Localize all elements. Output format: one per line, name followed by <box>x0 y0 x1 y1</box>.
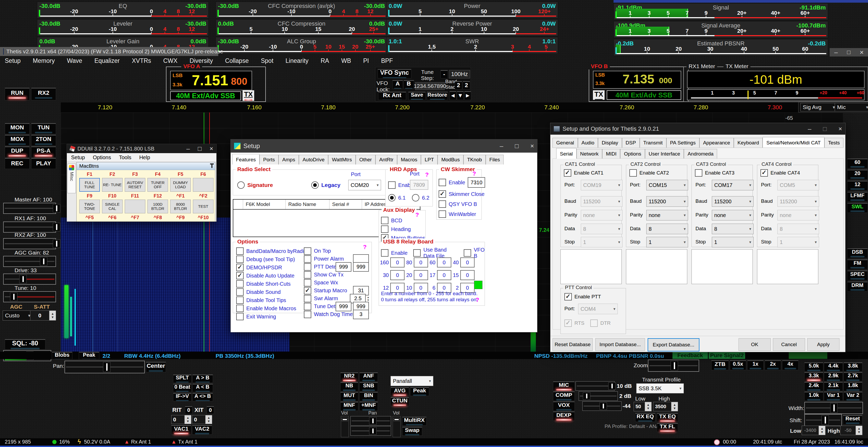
close-icon[interactable]: × <box>860 48 864 57</box>
maximize-icon[interactable]: □ <box>198 145 202 152</box>
thetis-subtab-andromeda[interactable]: Andromeda <box>684 149 717 159</box>
filter-shift-slider[interactable] <box>804 414 842 426</box>
thetis-setup-titlebar[interactable]: Setup and Options for Thetis 2.9.0.21 – … <box>550 123 845 135</box>
setup-tab-modbus[interactable]: ModBus <box>438 155 463 165</box>
setup-tab-wattmtrs[interactable]: WattMtrs <box>328 155 355 165</box>
mut-button[interactable]: MUT <box>340 392 358 401</box>
cat4-data-select[interactable]: 8▾ <box>777 224 819 234</box>
macro-button[interactable]: 8000 BTLDR <box>170 200 191 213</box>
vfo-b-frequency-sub[interactable]: 000 <box>659 76 672 85</box>
mic-gain-button[interactable]: MIC <box>553 381 575 391</box>
setup-tab-ports[interactable]: Ports <box>259 155 279 165</box>
filter-5-0k-button[interactable]: 5.0k <box>804 362 823 372</box>
rx-eq-button[interactable]: RX EQ <box>635 413 655 422</box>
menu-item-memory[interactable]: Memory <box>33 57 55 64</box>
restore-button[interactable]: Restore <box>427 92 448 100</box>
vac2-button[interactable]: VAC2 <box>192 425 212 435</box>
menu-item-collapse[interactable]: Collapse <box>225 57 249 64</box>
cat4-memo[interactable] <box>757 249 818 284</box>
option-startup-macro-checkbox[interactable] <box>304 287 311 295</box>
thetis-tab-audio[interactable]: Audio <box>578 138 598 147</box>
vfo-b-tx-button[interactable]: TX <box>593 90 604 100</box>
cat1-data-select[interactable]: 8▾ <box>581 224 623 234</box>
thetis-subtab-midi[interactable]: MIDI <box>602 149 620 159</box>
swap-button[interactable]: Swap <box>402 427 422 436</box>
usb-band-value[interactable]: 0 <box>460 270 474 280</box>
cat4-baud-select[interactable]: 115200▾ <box>777 196 819 207</box>
vfo-b-frequency[interactable]: 7.135 <box>623 72 654 87</box>
mode-spec-button[interactable]: SPEC <box>847 270 868 280</box>
avg-button[interactable]: AVG <box>391 387 409 396</box>
mox-button[interactable]: MOX <box>5 135 30 146</box>
mode-fm-button[interactable]: FM <box>847 259 868 269</box>
usb-band-value[interactable]: 0 <box>414 270 428 280</box>
cat4-parity-select[interactable]: none▾ <box>777 210 819 220</box>
macro-button[interactable]: SINGLE CAL <box>102 200 123 213</box>
filter-3-3k-button[interactable]: 3.3k <box>804 372 823 381</box>
menu-item-ra[interactable]: RA <box>320 57 329 64</box>
filter-var-1-button[interactable]: Var 1 <box>824 391 843 401</box>
setup-titlebar[interactable]: Setup – □ × <box>231 139 537 152</box>
filter-2-1k-button[interactable]: 2.1k <box>824 382 843 391</box>
enable-cat4-checkbox[interactable] <box>761 169 768 177</box>
option-banddata-macro-byradio-checkbox[interactable] <box>236 247 244 255</box>
pan-slider[interactable] <box>64 360 145 373</box>
vfo-sync-button[interactable]: VFO Sync <box>378 69 411 78</box>
mode-drm-button[interactable]: DRM <box>847 281 868 291</box>
cat3-memo[interactable] <box>691 249 753 284</box>
agc-mode-select[interactable]: Custo▾ <box>3 310 33 320</box>
cat3-port-select[interactable]: COM17▾ <box>712 180 753 191</box>
usb-band-value[interactable]: 0 <box>437 270 451 280</box>
tx-meter-mode-select[interactable]: Mic▾ <box>835 103 868 111</box>
mon-button[interactable]: MON <box>5 123 30 134</box>
hrd-61-radio[interactable] <box>388 194 396 202</box>
zoom-2x-button[interactable]: 2x <box>765 360 781 370</box>
vfo-b-band[interactable]: 40M Ext/Adv SSB <box>607 90 681 100</box>
cat2-memo[interactable] <box>626 249 687 284</box>
option-watch-dog-timer-checkbox[interactable] <box>304 311 311 318</box>
usb-band-value[interactable]: 0 <box>437 257 451 268</box>
cat4-stop-select[interactable]: 1▾ <box>777 237 819 247</box>
rx1-af-slider[interactable] <box>3 221 56 233</box>
zoom-0.5x-button[interactable]: 0.5x <box>730 360 746 370</box>
option-show-cw-tx-checkbox[interactable] <box>304 271 311 279</box>
tx-eq-button[interactable]: TX EQ <box>657 413 678 422</box>
thetis-tab-dsp[interactable]: DSP <box>622 138 640 147</box>
enable-cat3-checkbox[interactable] <box>695 169 702 177</box>
filter-2-7k-button[interactable]: 2.7k <box>843 372 863 381</box>
filter-low-stepper[interactable]: -3400▴▾ <box>802 425 826 435</box>
filter-width-slider[interactable] <box>804 402 863 414</box>
ztb-button[interactable]: ZTB <box>711 360 729 370</box>
skimmer-winwarbler-checkbox[interactable] <box>439 210 446 218</box>
reset-database-button[interactable]: Reset Database <box>553 338 593 351</box>
master-af-slider[interactable] <box>3 203 56 214</box>
ddutil-menu-tools[interactable]: Tools <box>119 154 131 161</box>
peak-detect-button[interactable]: Peak <box>79 352 99 359</box>
filter-1-0k-button[interactable]: 1.0k <box>804 391 823 401</box>
vfo-lock-a-button[interactable]: A <box>392 80 403 89</box>
splt-button[interactable]: SPLT <box>173 374 192 383</box>
tx-high-stepper[interactable]: 3500▴▾ <box>653 402 678 411</box>
aux-heading-checkbox[interactable] <box>381 226 389 233</box>
macro-button[interactable] <box>125 200 145 213</box>
window-titlebar[interactable]: Thetis v2.9.0.21 x64 (27/04/2023) (FW v2… <box>0 47 218 56</box>
macro-button[interactable]: RE- TUNE <box>102 178 123 192</box>
cat1-stop-select[interactable]: 1▾ <box>581 237 623 247</box>
apply-button[interactable]: Apply <box>807 338 839 351</box>
thetis-tab-keyboard[interactable]: Keyboard <box>734 138 763 147</box>
rx-meter-mode-select[interactable]: Sig Avg▾ <box>800 103 837 111</box>
thetis-tab-appearance[interactable]: Appearance <box>700 138 734 147</box>
band-12-button[interactable]: 12 <box>847 181 868 191</box>
-mnf-button[interactable]: +MNF <box>359 402 378 411</box>
option-demo-hpsdr-checkbox[interactable] <box>236 264 244 271</box>
display-mode-select[interactable]: Panafall▾ <box>391 376 433 386</box>
2ton-button[interactable]: 2TON <box>31 135 56 146</box>
menu-item-wb[interactable]: WB <box>341 57 351 64</box>
0-beat-button[interactable]: 0 Beat <box>173 384 192 392</box>
cat1-parity-select[interactable]: none▾ <box>581 210 623 220</box>
thetis-tab-tests[interactable]: Tests <box>825 138 843 147</box>
cat3-stop-select[interactable]: 1▾ <box>712 237 753 247</box>
macro-button[interactable]: FULL TUNE <box>79 178 100 192</box>
macro-button[interactable] <box>193 178 214 192</box>
radio-port-select[interactable]: COM20▾ <box>348 180 381 191</box>
